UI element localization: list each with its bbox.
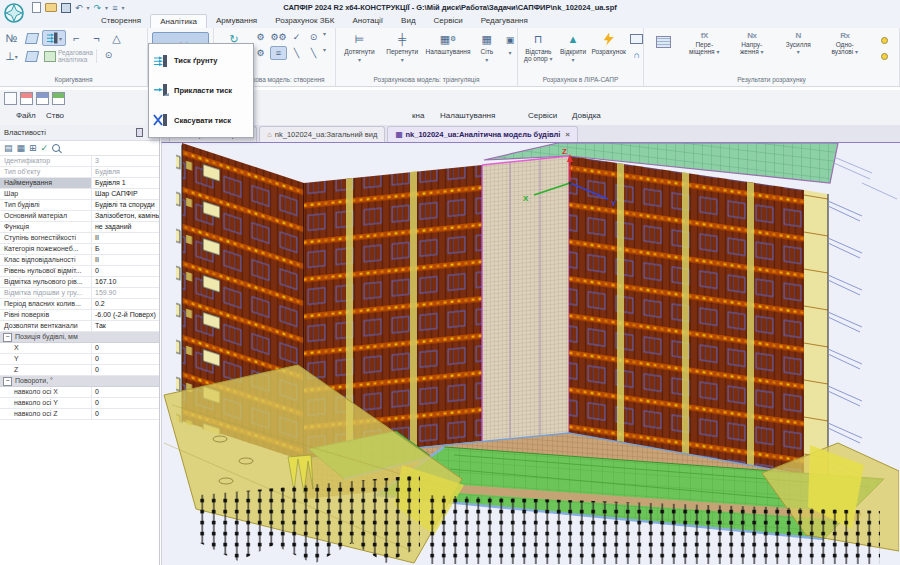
property-row: Y0	[0, 354, 159, 365]
undo-caret-icon[interactable]: ▾	[87, 4, 90, 11]
blue-cube-view-icon[interactable]	[36, 92, 49, 105]
wireframe-cube-icon[interactable]	[4, 92, 17, 105]
menu-item-cancel-pressure[interactable]: Скасувати тиск	[149, 107, 253, 133]
mesh-button[interactable]: ▦ Сіть▾	[473, 30, 501, 63]
displacement-button[interactable]: fX Пере- міщення ▾	[688, 30, 720, 56]
quick-access-toolbar: ↶▾ ↷▾ ≡ ▾	[32, 2, 124, 13]
property-row: Тип об'єктуБудівля	[0, 167, 159, 178]
property-group-rotation[interactable]: Повороти, °	[0, 376, 159, 387]
property-group-position[interactable]: Позиція будівлі, мм	[0, 332, 159, 343]
qat-options-icon[interactable]: ≡	[112, 3, 117, 13]
node-dot-icon[interactable]: ⊙	[305, 30, 322, 44]
bridge-icon[interactable]: ∩	[628, 48, 644, 62]
wall-analytics-icon[interactable]	[22, 30, 41, 46]
diagonal-line-icon[interactable]: ╲	[288, 46, 305, 60]
shaft-strip	[410, 171, 417, 449]
gear-refresh-icon[interactable]: ⚙	[252, 30, 269, 44]
ribbon-tab-creation[interactable]: Створення	[92, 14, 150, 28]
stress-button[interactable]: Nx Напру- ження ▾	[736, 30, 768, 56]
ribbon-tab-editing[interactable]: Редагування	[472, 14, 537, 28]
qat-caret-icon[interactable]: ▾	[121, 4, 124, 11]
export-monitor-icon[interactable]	[628, 32, 644, 46]
save-icon[interactable]	[61, 3, 71, 13]
redo-caret-icon[interactable]: ▾	[105, 4, 108, 11]
ribbon-tab-services[interactable]: Сервіси	[425, 14, 472, 28]
load-bulb-icon[interactable]	[876, 33, 893, 47]
segment-icon[interactable]: ╲	[305, 46, 322, 60]
lightning-icon	[604, 33, 614, 46]
ribbon-tab-analytics[interactable]: Аналітика	[150, 14, 207, 29]
search-icon[interactable]	[52, 144, 60, 152]
open-in-lira-button[interactable]: ▲ Відкрити▾	[557, 30, 590, 63]
categorized-view-icon[interactable]: ▤	[4, 143, 13, 153]
viewport-3d[interactable]: Z X Y	[161, 142, 900, 565]
apply-check-icon[interactable]: ✓	[41, 143, 49, 153]
doc-tab-general-view[interactable]: ⌂ nk_102024_ua:Загальний вид	[259, 126, 385, 142]
gear-mesh-icon[interactable]: ⚙	[252, 46, 269, 60]
forces-button[interactable]: N Зусилля▾	[783, 30, 813, 56]
new-file-icon[interactable]	[32, 2, 41, 13]
open-file-icon[interactable]	[45, 3, 57, 12]
redo-icon[interactable]: ↷	[94, 3, 102, 13]
property-row: Рівні поверхів-6.00 (-2-й Поверх)	[0, 310, 159, 321]
pile-numbering-icon[interactable]: №	[2, 30, 21, 46]
menu-item-apply-pressure[interactable]: Прикласти тиск	[149, 77, 253, 103]
edit-line-icon[interactable]: ≡	[270, 46, 287, 60]
snap-button[interactable]: ⊨ Дотягнути▾	[338, 30, 380, 63]
ribbon-group-triangulation: ⊨ Дотягнути▾ ╪ Перетнути▾ ▦⚙ Налаштуванн…	[336, 28, 518, 86]
menu-creation[interactable]: Ство	[46, 111, 64, 120]
pin-icon[interactable]	[136, 128, 143, 137]
doc-tab-analytical-model[interactable]: ▦ nk_102024_ua:Аналітична модель будівлі…	[387, 126, 578, 142]
property-row: навколо осі Y0	[0, 398, 159, 409]
distance-to-supports-button[interactable]: ⊓ Відстань до опор ▾	[520, 30, 557, 63]
node-toggle-icon[interactable]: ⊙	[100, 48, 117, 62]
cursor-check-icon[interactable]: ✓	[288, 30, 305, 44]
mesh-icon: ▦	[477, 31, 496, 47]
close-tab-icon[interactable]: ×	[565, 130, 570, 139]
intersect-button[interactable]: ╪ Перетнути▾	[381, 30, 423, 63]
menu-help[interactable]: Довідка	[572, 111, 601, 120]
run-analysis-button[interactable]: Розрахунок	[589, 30, 628, 55]
group-label-lira: Розрахунок в ЛІРА-САПР	[518, 74, 643, 86]
properties-header: Властивості ✕	[0, 125, 159, 141]
ribbon-tab-reinforcement[interactable]: Армування	[207, 14, 266, 28]
red-cube-view-icon[interactable]	[20, 92, 33, 105]
ribbon-tab-bar: Створення Аналітика Армування Розрахунок…	[0, 14, 900, 28]
ribbon: № ▾ ⌐ ¬ △ ⊥▾ Редагов	[0, 28, 900, 87]
shaft-strip	[682, 172, 689, 454]
app-logo-icon[interactable]	[3, 2, 25, 24]
property-grid: Ідентифікатор3 Тип об'єктуБудівля Наймен…	[0, 156, 159, 420]
ribbon-tab-view[interactable]: Вид	[392, 14, 424, 28]
gear-pair-icon[interactable]: ⚙⚙	[270, 30, 287, 44]
undo-icon[interactable]: ↶	[75, 3, 83, 13]
menu-services[interactable]: Сервіси	[528, 111, 557, 120]
property-row: Основний матеріалЗалізобетон, камінь	[0, 211, 159, 222]
single-node-icon: Rx	[840, 31, 849, 40]
load-bulb2-icon[interactable]	[876, 49, 893, 63]
slab-drop-icon[interactable]: △	[107, 30, 126, 46]
ribbon-group-results: fX Пере- міщення ▾ Nx Напру- ження ▾ N З…	[644, 28, 900, 86]
property-pages-icon[interactable]: ⊞	[29, 143, 37, 153]
ribbon-tab-rc-calc[interactable]: Розрахунок ЗБК	[266, 14, 343, 28]
column-base-icon[interactable]: ⊥▾	[2, 48, 21, 64]
document-tab-bar: ◆ Стартова сторінка ⌂ nk_102024_ua:Загал…	[161, 125, 900, 142]
ground-pressure-icon[interactable]: ▾	[42, 30, 66, 46]
panels-icon[interactable]: ▣	[502, 33, 518, 47]
ribbon-tab-annotations[interactable]: Анотації	[343, 14, 392, 28]
column-top-mirror-icon[interactable]: ¬	[87, 30, 106, 46]
triangulation-settings-button[interactable]: ▦⚙ Налаштування	[424, 30, 472, 55]
menu-windows[interactable]: кна	[412, 111, 424, 120]
alphabetical-view-icon[interactable]: ▦	[17, 143, 26, 153]
edit-analytics-button[interactable]: Редагована аналітика	[44, 48, 93, 64]
results-table-icon[interactable]	[654, 34, 673, 50]
axis-z-label: Z	[562, 147, 567, 156]
menu-item-ground-pressure[interactable]: Тиск ґрунту	[149, 48, 253, 74]
wall-chart-icon[interactable]	[22, 48, 41, 64]
single-node-button[interactable]: Rx Одно- вузлові ▾	[829, 30, 861, 56]
column-top-icon[interactable]: ⌐	[67, 30, 86, 46]
menu-file[interactable]: Файл	[16, 111, 36, 120]
collapse-icon[interactable]	[3, 333, 12, 342]
green-cube-view-icon[interactable]	[52, 92, 65, 105]
menu-settings[interactable]: Налаштування	[440, 111, 495, 120]
collapse-icon[interactable]	[3, 377, 12, 386]
